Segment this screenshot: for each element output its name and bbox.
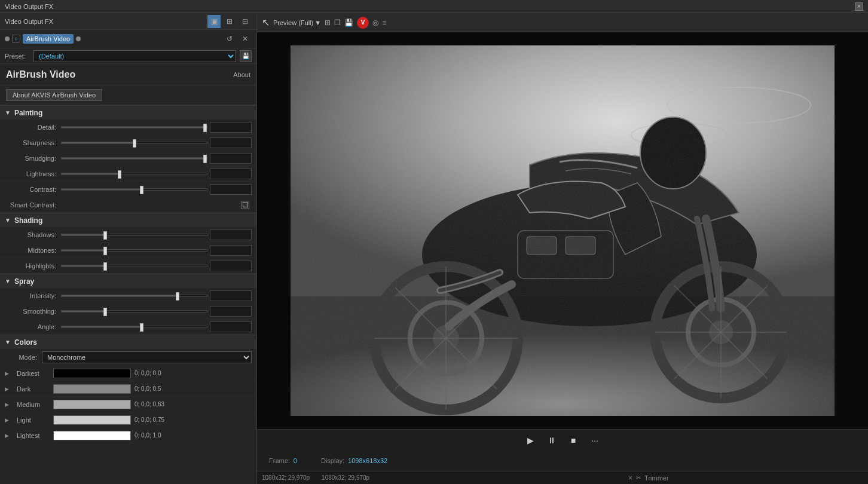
- media-info-row: Frame: 0 Display: 1098x618x32: [257, 451, 868, 471]
- title-bar-close-button[interactable]: ×: [855, 2, 863, 11]
- detail-label: Detail:: [7, 124, 61, 131]
- angle-value[interactable]: 0,00: [210, 321, 252, 332]
- intensity-label: Intensity:: [7, 292, 61, 299]
- smoothing-slider[interactable]: [61, 310, 207, 313]
- detail-value[interactable]: 100,00: [210, 122, 252, 133]
- smudging-slider[interactable]: [61, 157, 207, 160]
- intensity-param-row: Intensity: 80,00: [0, 288, 256, 304]
- about-section: About AKVIS AirBrush Video: [0, 85, 256, 105]
- light-color-row: ▶ Light 0; 0,0; 0,75: [0, 412, 256, 428]
- medium-expand-icon[interactable]: ▶: [5, 402, 13, 408]
- preset-select[interactable]: (Default): [33, 50, 236, 62]
- delete-effect-button[interactable]: ✕: [239, 32, 252, 45]
- dark-swatch[interactable]: [53, 384, 131, 394]
- intensity-value[interactable]: 80,00: [210, 290, 252, 301]
- effect-enable-checkbox[interactable]: ○: [12, 35, 20, 43]
- detail-param-row: Detail: 100,00: [0, 120, 256, 135]
- settings-icon[interactable]: ≡: [382, 19, 386, 27]
- refresh-effect-button[interactable]: ↺: [223, 32, 236, 45]
- layout1-button[interactable]: ▣: [207, 15, 221, 28]
- midtones-param-row: Midtones: 0,00: [0, 243, 256, 258]
- smudging-param-row: Smudging: 200,00: [0, 151, 256, 166]
- copy-icon[interactable]: ❐: [334, 19, 341, 27]
- shadows-value[interactable]: 0,00: [210, 229, 252, 240]
- content-area: Video Output FX ▣ ⊞ ⊟ ○ AirBrush Video ↺…: [0, 13, 868, 484]
- angle-slider[interactable]: [61, 326, 207, 328]
- lightness-slider[interactable]: [61, 173, 207, 175]
- darkest-swatch[interactable]: [53, 369, 131, 378]
- lightest-swatch[interactable]: [53, 431, 131, 440]
- medium-color-row: ▶ Medium 0; 0,0; 0,63: [0, 397, 256, 412]
- smudging-value[interactable]: 200,00: [210, 153, 252, 164]
- params-scroll[interactable]: ▼ Painting Detail: 100,00 Sharpness:: [0, 105, 256, 484]
- light-label: Light: [17, 416, 50, 424]
- play-button[interactable]: ▶: [524, 434, 536, 446]
- preview-toolbar: ↖ Preview (Full) ▼ ⊞ ❐ 💾 V ◎ ≡: [257, 13, 868, 32]
- colors-section-header[interactable]: ▼ Colors: [0, 335, 256, 349]
- smoothing-value[interactable]: 0,00: [210, 306, 252, 317]
- shadows-label: Shadows:: [7, 231, 61, 238]
- light-value: 0; 0,0; 0,75: [135, 416, 252, 423]
- lightness-param-row: Lightness: 0,00: [0, 166, 256, 182]
- grid-icon[interactable]: ⊞: [325, 19, 331, 27]
- trimmer-icon: ✂: [636, 474, 641, 481]
- smart-contrast-checkbox[interactable]: ☐: [241, 201, 249, 209]
- midtones-value[interactable]: 0,00: [210, 245, 252, 256]
- layout3-button[interactable]: ⊟: [239, 15, 252, 28]
- panel-header-title: Video Output FX: [5, 18, 53, 25]
- dark-expand-icon[interactable]: ▶: [5, 386, 13, 392]
- trimmer-close-icon[interactable]: ×: [628, 474, 632, 482]
- preview-image: [291, 45, 835, 416]
- lightest-label: Lightest: [17, 432, 50, 439]
- medium-swatch[interactable]: [53, 400, 131, 409]
- frame-value: 0: [294, 457, 297, 464]
- darkest-value: 0; 0,0; 0,0: [135, 370, 252, 376]
- loop-icon[interactable]: ◎: [372, 19, 378, 27]
- intensity-slider[interactable]: [61, 295, 207, 297]
- about-akvis-button[interactable]: About AKVIS AirBrush Video: [6, 89, 102, 101]
- detail-slider[interactable]: [61, 126, 207, 128]
- display-label: Display:: [321, 457, 344, 464]
- highlights-slider[interactable]: [61, 265, 207, 267]
- save-preview-icon[interactable]: 💾: [344, 19, 353, 27]
- lightness-value[interactable]: 0,00: [210, 169, 252, 179]
- contrast-slider[interactable]: [61, 188, 207, 191]
- sharpness-value[interactable]: 50,00: [210, 137, 252, 148]
- record-button[interactable]: V: [357, 17, 369, 29]
- light-expand-icon[interactable]: ▶: [5, 417, 13, 423]
- display-value: 1098x618x32: [348, 457, 387, 464]
- lightest-expand-icon[interactable]: ▶: [5, 433, 13, 439]
- darkest-expand-icon[interactable]: ▶: [5, 370, 13, 376]
- more-button[interactable]: ···: [589, 434, 601, 446]
- mode-select[interactable]: Monochrome: [42, 351, 252, 363]
- shading-section-header[interactable]: ▼ Shading: [0, 213, 256, 227]
- pause-button[interactable]: ⏸: [546, 434, 558, 446]
- node-dot-right: [76, 36, 81, 41]
- svg-rect-15: [291, 45, 835, 416]
- contrast-value[interactable]: 13,00: [210, 184, 252, 195]
- layout2-button[interactable]: ⊞: [223, 15, 236, 28]
- stop-button[interactable]: ■: [567, 434, 579, 446]
- painting-section-header[interactable]: ▼ Painting: [0, 105, 256, 120]
- preset-save-button[interactable]: 💾: [240, 50, 252, 62]
- checkbox-check-icon: ☐: [242, 201, 249, 209]
- preview-mode-button[interactable]: Preview (Full) ▼: [273, 19, 321, 26]
- shadows-slider[interactable]: [61, 234, 207, 236]
- shadows-param-row: Shadows: 0,00: [0, 227, 256, 243]
- panel-header-icons: ▣ ⊞ ⊟: [207, 15, 252, 28]
- highlights-param-row: Highlights: 0,00: [0, 258, 256, 274]
- about-button[interactable]: About: [233, 71, 250, 78]
- light-swatch[interactable]: [53, 415, 131, 425]
- mode-label: Mode:: [7, 354, 37, 361]
- dark-value: 0; 0,0; 0,5: [135, 385, 252, 392]
- mode-row: Mode: Monochrome: [0, 349, 256, 366]
- preview-cursor-icon[interactable]: ↖: [262, 17, 270, 28]
- highlights-value[interactable]: 0,00: [210, 261, 252, 271]
- darkest-color-row: ▶ Darkest 0; 0,0; 0,0: [0, 366, 256, 381]
- frame-info: Frame: 0: [269, 457, 297, 464]
- sharpness-slider[interactable]: [61, 142, 207, 144]
- checkbox-icon: ○: [14, 36, 17, 42]
- spray-section-header[interactable]: ▼ Spray: [0, 274, 256, 288]
- midtones-slider[interactable]: [61, 249, 207, 252]
- sharpness-label: Sharpness:: [7, 139, 61, 146]
